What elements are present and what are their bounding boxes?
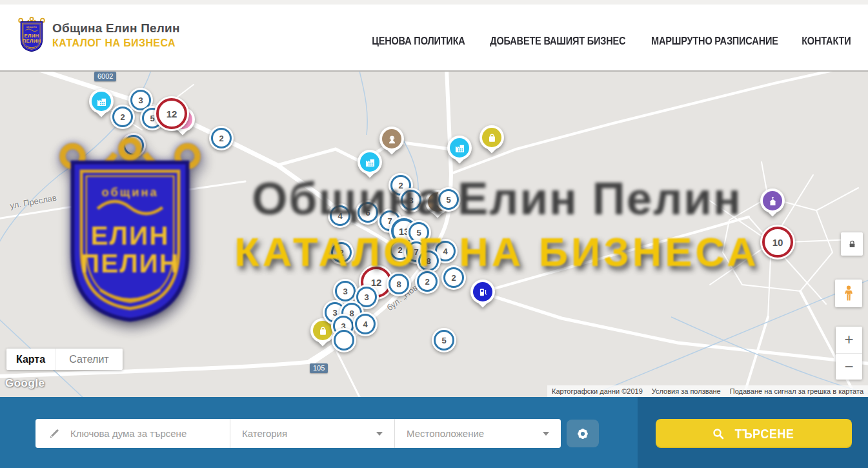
category-select-label: Категория bbox=[242, 428, 287, 439]
cluster-marker[interactable]: 12 bbox=[154, 96, 189, 131]
nav-item[interactable]: МАРШРУТНО РАЗПИСАНИЕ bbox=[651, 34, 778, 46]
church-icon bbox=[763, 191, 782, 210]
site-title: Община Елин Пелин bbox=[52, 21, 180, 36]
map-type-satellite-button[interactable]: Сателит bbox=[56, 349, 123, 370]
fuel-icon bbox=[473, 282, 492, 301]
chevron-down-icon bbox=[543, 432, 549, 436]
pin-head bbox=[470, 280, 495, 304]
road-number-chip: 105 bbox=[310, 363, 328, 373]
factory-icon bbox=[360, 152, 379, 172]
location-select[interactable]: Местоположение bbox=[395, 419, 561, 448]
cluster-marker[interactable]: 4 bbox=[328, 203, 352, 228]
lock-icon bbox=[847, 239, 857, 249]
terms-link[interactable]: Условия за ползване bbox=[652, 387, 721, 395]
cluster-count bbox=[334, 330, 354, 351]
cluster-count: 2 bbox=[417, 271, 438, 292]
pin-head bbox=[447, 136, 472, 160]
cluster-marker[interactable] bbox=[332, 328, 356, 352]
cluster-count: 8 bbox=[418, 250, 439, 271]
cluster-count: 10 bbox=[762, 227, 793, 258]
factory-pin[interactable] bbox=[358, 150, 382, 182]
advanced-settings-button[interactable] bbox=[567, 420, 599, 447]
cluster-count: 6 bbox=[358, 202, 378, 223]
church-pin[interactable] bbox=[760, 188, 785, 221]
nav-item[interactable]: ЦЕНОВА ПОЛИТИКА bbox=[372, 34, 465, 46]
zoom-in-button[interactable]: + bbox=[836, 327, 862, 354]
site-logo[interactable]: община ЕЛИН ПЕЛИН Община Елин Пелин КАТА… bbox=[17, 14, 180, 56]
svg-text:ПЕЛИН: ПЕЛИН bbox=[23, 38, 41, 44]
zoom-out-button[interactable]: − bbox=[836, 354, 862, 380]
lock-control-button[interactable] bbox=[841, 232, 863, 256]
cluster-marker[interactable]: 2 bbox=[415, 269, 439, 294]
site-subtitle: КАТАЛОГ НА БИЗНЕСА bbox=[52, 37, 180, 49]
cluster-count: 5 bbox=[434, 330, 454, 351]
cluster-marker[interactable] bbox=[121, 133, 146, 158]
cluster-count: 12 bbox=[156, 98, 187, 129]
keyword-search-input[interactable] bbox=[69, 427, 217, 440]
road-number-chip: 6002 bbox=[94, 72, 116, 81]
municipality-crest-icon: община ЕЛИН ПЕЛИН bbox=[17, 14, 46, 56]
cluster-marker[interactable]: 2 bbox=[110, 105, 135, 129]
map-canvas[interactable]: 6002105ул. Преславбул. „Новосел325122235… bbox=[0, 72, 868, 397]
worker-pin[interactable] bbox=[379, 127, 404, 159]
google-logo[interactable]: Google bbox=[5, 377, 45, 390]
cluster-count bbox=[123, 135, 144, 156]
cluster-marker[interactable]: 2 bbox=[329, 240, 354, 265]
worker-icon bbox=[382, 129, 401, 148]
pin-head bbox=[89, 89, 114, 114]
nav-item[interactable]: КОНТАКТИ bbox=[802, 34, 851, 46]
cluster-count: 2 bbox=[443, 267, 464, 288]
search-button[interactable]: ТЪРСЕНЕ bbox=[656, 419, 852, 448]
map-attribution: Картографски данни ©2019 Условия за полз… bbox=[547, 385, 868, 397]
location-select-label: Местоположение bbox=[407, 428, 484, 439]
factory-icon bbox=[450, 138, 469, 158]
cluster-marker[interactable]: 3 bbox=[399, 188, 423, 212]
nav-item[interactable]: ДОБАВЕТЕ ВАШИЯТ БИЗНЕС bbox=[490, 34, 625, 46]
cluster-marker[interactable]: 4 bbox=[353, 312, 378, 336]
bag-icon bbox=[313, 321, 332, 340]
factory-pin[interactable] bbox=[447, 136, 472, 168]
street-view-pegman-button[interactable] bbox=[835, 280, 862, 307]
pin-head bbox=[479, 125, 504, 150]
page: община ЕЛИН ПЕЛИН Община Елин Пелин КАТА… bbox=[0, 0, 868, 468]
zoom-control: + − bbox=[836, 327, 862, 380]
cluster-marker[interactable]: 2 bbox=[441, 265, 466, 290]
cluster-marker[interactable]: 5 bbox=[436, 187, 461, 212]
pin-head bbox=[760, 188, 785, 213]
factory-icon bbox=[92, 92, 111, 111]
cluster-marker[interactable]: 10 bbox=[760, 225, 795, 259]
cluster-marker[interactable]: 2 bbox=[209, 126, 234, 150]
header: община ЕЛИН ПЕЛИН Община Елин Пелин КАТА… bbox=[0, 0, 868, 72]
cluster-count: 2 bbox=[112, 107, 133, 127]
search-fields: Категория Местоположение bbox=[35, 419, 561, 448]
pencil-icon bbox=[48, 427, 61, 440]
bag-icon bbox=[482, 128, 501, 147]
brand-text: Община Елин Пелин КАТАЛОГ НА БИЗНЕСА bbox=[52, 21, 180, 49]
cluster-count: 4 bbox=[355, 314, 376, 334]
chevron-down-icon bbox=[376, 432, 383, 436]
search-icon bbox=[712, 427, 725, 440]
report-error-link[interactable]: Подаване на сигнал за грешка в картата bbox=[730, 387, 863, 395]
search-bar: ТЪРСЕНЕ Категория Местоположение bbox=[0, 397, 868, 468]
main-nav: ЦЕНОВА ПОЛИТИКАДОБАВЕТЕ ВАШИЯТ БИЗНЕСМАР… bbox=[370, 35, 852, 46]
pin-head bbox=[379, 127, 404, 151]
cluster-marker[interactable]: 5 bbox=[432, 328, 456, 352]
fuel-pin[interactable] bbox=[470, 280, 495, 312]
cluster-marker[interactable]: 8 bbox=[387, 272, 411, 296]
category-select[interactable]: Категория bbox=[230, 419, 395, 448]
search-submit-panel: ТЪРСЕНЕ bbox=[638, 397, 868, 468]
top-strip bbox=[0, 0, 868, 5]
cluster-count: 2 bbox=[211, 128, 232, 148]
pegman-icon bbox=[842, 285, 855, 302]
map-type-map-button[interactable]: Карта bbox=[6, 349, 56, 370]
cluster-count: 2 bbox=[331, 242, 352, 263]
cluster-count: 8 bbox=[389, 274, 409, 294]
cluster-count: 3 bbox=[401, 190, 421, 210]
keyword-field-wrap bbox=[35, 419, 230, 448]
pin-head bbox=[358, 150, 382, 174]
cluster-count: 3 bbox=[335, 281, 356, 301]
search-button-label: ТЪРСЕНЕ bbox=[735, 425, 794, 441]
attribution-copyright: Картографски данни ©2019 bbox=[552, 387, 643, 395]
cluster-marker[interactable]: 6 bbox=[356, 200, 380, 225]
bag-pin[interactable] bbox=[479, 125, 504, 158]
